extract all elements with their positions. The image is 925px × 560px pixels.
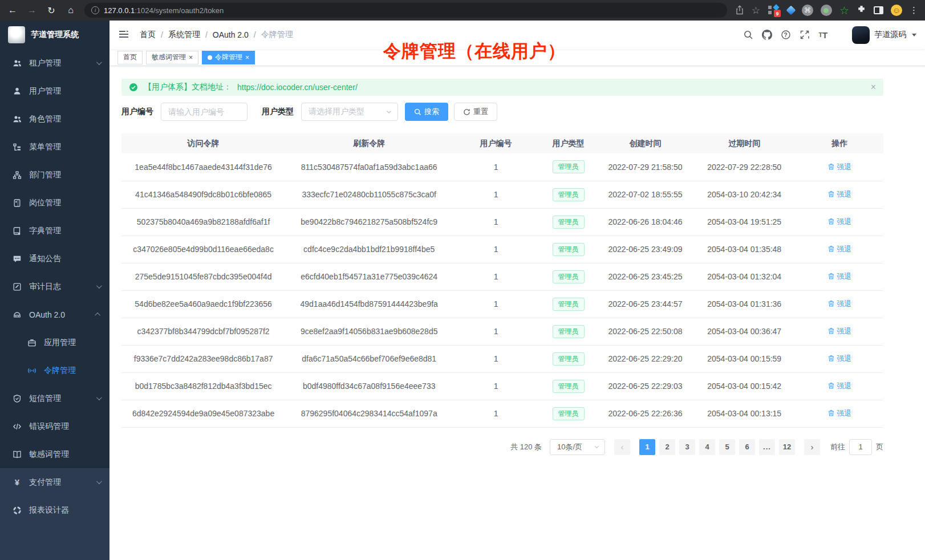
view-tab[interactable]: 敏感词管理 ×	[146, 51, 198, 64]
force-logout-button[interactable]: 强退	[827, 299, 851, 309]
user-type-badge: 管理员	[553, 216, 585, 229]
more-pages-icon[interactable]: ...	[759, 439, 775, 455]
sidebar-item-notice[interactable]: 通知公告	[0, 245, 109, 273]
page-button[interactable]: 4	[699, 439, 715, 455]
user-icon	[13, 87, 22, 96]
expire-time-cell: 2022-07-29 22:28:50	[693, 153, 796, 181]
gem-extension-icon[interactable]	[786, 6, 796, 15]
user-id-input[interactable]	[161, 103, 248, 121]
breadcrumb-oauth[interactable]: OAuth 2.0	[213, 30, 249, 39]
profile-emoji-icon[interactable]: ☺	[891, 5, 902, 16]
browser-chrome: ← → ↻ ⌂ i 127.0.0.1:1024/system/oauth2/t…	[0, 0, 925, 21]
sidebar-item-tenant[interactable]: 租户管理	[0, 49, 109, 77]
chevron-icon	[96, 59, 102, 65]
tab-label: 首页	[123, 52, 137, 62]
close-icon[interactable]: ×	[189, 54, 193, 61]
tenant-icon	[13, 59, 22, 68]
reload-icon[interactable]: ↻	[46, 5, 57, 16]
next-page-button[interactable]: ›	[804, 439, 820, 455]
page-button[interactable]: 5	[719, 439, 735, 455]
force-logout-button[interactable]: 强退	[827, 354, 851, 364]
sidebar-item-label: 菜单管理	[29, 142, 100, 152]
sidebar-item-dept[interactable]: 部门管理	[0, 161, 109, 189]
sidebar-item-user[interactable]: 用户管理	[0, 77, 109, 105]
force-logout-button[interactable]: 强退	[827, 162, 851, 172]
app-icon	[27, 338, 36, 347]
sidebar-item-report[interactable]: 报表设计器	[0, 496, 109, 524]
close-icon[interactable]: ×	[245, 54, 249, 61]
main-area: 令牌管理（在线用户） 首页 / 系统管理 / OAuth 2.0 / 令牌管理	[109, 21, 925, 560]
prev-page-button[interactable]: ‹	[614, 439, 630, 455]
force-logout-button[interactable]: 强退	[827, 381, 851, 391]
page-button[interactable]: 12	[779, 439, 795, 455]
expire-time-cell: 2054-03-04 00:15:59	[693, 345, 796, 372]
sidebar-item-role[interactable]: 角色管理	[0, 105, 109, 133]
command-extension-icon[interactable]: ⌘	[802, 5, 813, 16]
sidebar-item-oauth[interactable]: OAuth 2.0	[0, 301, 109, 328]
user-menu[interactable]: 芋道源码	[852, 26, 916, 44]
page-size-select[interactable]: 10条/页	[550, 439, 605, 455]
sidebar-item-pay[interactable]: ¥ 支付管理	[0, 468, 109, 496]
user-type-cell: 管理员	[539, 345, 598, 372]
search-icon[interactable]	[739, 26, 757, 44]
bookmark-star-icon[interactable]: ☆	[752, 5, 760, 17]
sidebar-item-errcode[interactable]: 错误码管理	[0, 412, 109, 440]
star-extension-icon[interactable]: ☆	[839, 5, 849, 16]
user-type-badge: 管理员	[553, 160, 585, 173]
breadcrumb-home[interactable]: 首页	[140, 30, 156, 40]
page-button[interactable]: 2	[659, 439, 675, 455]
search-icon	[414, 108, 421, 116]
column-header: 创建时间	[598, 133, 693, 153]
sidebar-item-menu[interactable]: 菜单管理	[0, 133, 109, 161]
extension-grid-icon[interactable]: 9	[768, 4, 780, 17]
breadcrumb-system[interactable]: 系统管理	[168, 30, 200, 40]
expire-time-cell: 2054-03-04 00:36:47	[693, 318, 796, 345]
sidebar-item-post[interactable]: 岗位管理	[0, 189, 109, 217]
info-icon[interactable]: i	[91, 6, 99, 14]
share-icon[interactable]	[735, 5, 744, 15]
view-tab[interactable]: 首页	[117, 51, 143, 64]
fullscreen-icon[interactable]	[795, 26, 814, 44]
user-type-select[interactable]: 请选择用户类型	[301, 103, 398, 121]
force-logout-button[interactable]: 强退	[827, 326, 851, 336]
sidebar-item-sensitive[interactable]: 敏感词管理	[0, 440, 109, 468]
font-size-icon[interactable]: TT	[814, 26, 833, 44]
sidebar-item-sms[interactable]: 短信管理	[0, 384, 109, 412]
page-button[interactable]: 1	[639, 439, 655, 455]
user-type-badge: 管理员	[553, 407, 585, 420]
record-extension-icon[interactable]	[821, 5, 832, 16]
help-icon[interactable]: ?	[776, 26, 795, 44]
side-panel-icon[interactable]	[874, 6, 883, 14]
url-bar[interactable]: i 127.0.0.1:1024/system/oauth2/token	[84, 3, 727, 18]
home-icon[interactable]: ⌂	[65, 5, 76, 15]
back-icon[interactable]: ←	[7, 5, 18, 15]
doc-link[interactable]: https://doc.iocoder.cn/user-center/	[237, 83, 358, 92]
force-logout-button[interactable]: 强退	[827, 217, 851, 227]
force-logout-button[interactable]: 强退	[827, 189, 851, 200]
extensions-puzzle-icon[interactable]	[857, 5, 866, 17]
page-button[interactable]: 6	[739, 439, 755, 455]
force-logout-button[interactable]: 强退	[827, 408, 851, 419]
collapse-sidebar-icon[interactable]	[118, 29, 131, 41]
force-logout-button[interactable]: 强退	[827, 271, 851, 282]
github-icon[interactable]	[757, 26, 776, 44]
reset-button[interactable]: 重置	[454, 103, 497, 121]
force-logout-button[interactable]: 强退	[827, 244, 851, 254]
sidebar-item-token[interactable]: 令牌管理	[0, 356, 109, 384]
goto-page-input[interactable]	[849, 439, 872, 455]
user-id-cell: 1	[453, 345, 539, 372]
view-tab[interactable]: 令牌管理 ×	[202, 51, 255, 64]
search-button[interactable]: 搜索	[405, 103, 448, 121]
close-icon[interactable]: ×	[871, 83, 876, 92]
browser-menu-icon[interactable]: ⋮	[910, 5, 918, 15]
trash-icon	[827, 245, 835, 253]
sidebar-item-app[interactable]: 应用管理	[0, 328, 109, 356]
page-button[interactable]: 3	[679, 439, 695, 455]
user-id-cell: 1	[453, 318, 539, 345]
table-row: f9336e7c7dd242a283ee98dc86b17a87 dfa6c71…	[121, 345, 883, 372]
sidebar-item-label: OAuth 2.0	[29, 310, 96, 319]
forward-icon[interactable]: →	[26, 5, 38, 15]
sidebar-item-dict[interactable]: 字典管理	[0, 217, 109, 245]
sidebar-item-audit[interactable]: 审计日志	[0, 273, 109, 301]
sidebar-item-label: 审计日志	[29, 282, 96, 292]
